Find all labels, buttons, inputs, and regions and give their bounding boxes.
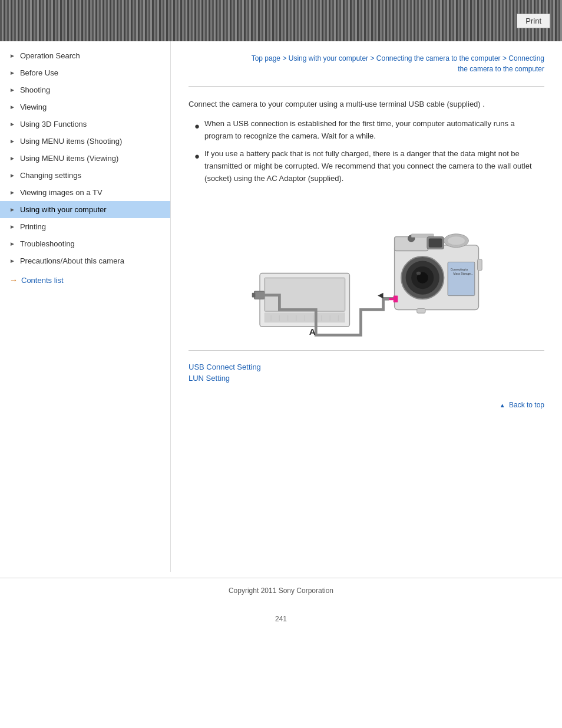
page-number-value: 241 (275, 615, 287, 623)
sidebar-item-precautions[interactable]: ►Precautions/About this camera (0, 252, 170, 269)
sidebar-item-troubleshooting[interactable]: ►Troubleshooting (0, 235, 170, 252)
sidebar-item-label: Viewing (20, 103, 47, 111)
svg-rect-14 (252, 293, 256, 298)
page-number: 241 (0, 603, 562, 629)
sidebar-arrow-icon: ► (9, 258, 15, 264)
links-section: USB Connect SettingLUN Setting (189, 363, 544, 383)
link-lun-setting[interactable]: LUN Setting (189, 374, 544, 383)
contents-list-link[interactable]: → Contents list (0, 269, 170, 291)
svg-point-19 (447, 236, 465, 245)
svg-rect-32 (417, 308, 425, 313)
camera-diagram: A Connecting to Mass Storage... (249, 197, 484, 338)
sidebar: ►Operation Search►Before Use►Shooting►Vi… (0, 41, 171, 572)
sidebar-item-label: Using MENU items (Viewing) (20, 154, 118, 163)
sidebar-arrow-icon: ► (9, 70, 15, 76)
svg-text:Mass Storage...: Mass Storage... (454, 272, 473, 275)
sidebar-item-shooting[interactable]: ►Shooting (0, 81, 170, 98)
sidebar-item-using-3d-functions[interactable]: ►Using 3D Functions (0, 116, 170, 133)
sidebar-item-operation-search[interactable]: ►Operation Search (0, 47, 170, 64)
sidebar-item-changing-settings[interactable]: ►Changing settings (0, 167, 170, 184)
sidebar-arrow-icon: ► (9, 121, 15, 127)
print-button[interactable]: Print (517, 14, 550, 28)
sidebar-arrow-icon: ► (9, 241, 15, 247)
back-to-top-row: ▲ Back to top (189, 394, 544, 415)
sidebar-arrow-icon: ► (9, 206, 15, 213)
intro-text: Connect the camera to your computer usin… (189, 98, 544, 111)
svg-rect-28 (394, 295, 398, 302)
sidebar-item-label: Using MENU items (Shooting) (20, 137, 122, 146)
sidebar-item-label: Printing (20, 222, 46, 231)
breadcrumb: Top page > Using with your computer > Co… (189, 47, 544, 74)
sidebar-item-using-menu-shooting[interactable]: ►Using MENU items (Shooting) (0, 133, 170, 150)
breadcrumb-line1: Top page > Using with your computer > Co… (252, 54, 544, 62)
back-to-top-link[interactable]: ▲ Back to top (500, 401, 544, 409)
sidebar-item-label: Before Use (20, 68, 58, 77)
sidebar-arrow-icon: ► (9, 189, 15, 196)
bullet-text-2: If you use a battery pack that is not fu… (204, 148, 544, 185)
svg-point-24 (416, 271, 421, 275)
breadcrumb-top-page[interactable]: Top page (252, 54, 280, 62)
bullet-item-1: ● When a USB connection is established f… (194, 118, 544, 143)
sidebar-item-label: Using with your computer (20, 205, 107, 214)
sidebar-item-label: Troubleshooting (20, 239, 75, 248)
footer: Copyright 2011 Sony Corporation (0, 578, 562, 603)
breadcrumb-using-with-computer[interactable]: Using with your computer (289, 54, 368, 62)
svg-rect-25 (448, 262, 475, 295)
camera-diagram-svg: A Connecting to Mass Storage... (249, 197, 484, 338)
svg-text:Connecting to: Connecting to (451, 268, 468, 271)
header-bar: Print (0, 0, 562, 41)
sidebar-item-viewing-images-tv[interactable]: ►Viewing images on a TV (0, 184, 170, 201)
svg-rect-31 (478, 259, 482, 270)
contents-list-label: Contents list (21, 276, 64, 285)
content-area: Top page > Using with your computer > Co… (171, 41, 562, 572)
sidebar-item-label: Using 3D Functions (20, 120, 87, 129)
svg-rect-36 (429, 238, 442, 247)
sidebar-item-using-with-computer[interactable]: ►Using with your computer (0, 201, 170, 218)
back-to-top-label: Back to top (509, 401, 544, 409)
sidebar-item-printing[interactable]: ►Printing (0, 218, 170, 235)
bullet-dot-1: ● (194, 119, 200, 133)
sidebar-arrow-icon: ► (9, 172, 15, 179)
sidebar-item-using-menu-viewing[interactable]: ►Using MENU items (Viewing) (0, 150, 170, 167)
bullet-item-2: ● If you use a battery pack that is not … (194, 148, 544, 185)
svg-rect-13 (254, 291, 265, 299)
breadcrumb-full-line2[interactable]: the camera to the computer (458, 65, 544, 73)
mid-divider (189, 350, 544, 351)
sidebar-item-label: Shooting (20, 85, 50, 94)
breadcrumb-connecting[interactable]: Connecting (508, 54, 544, 62)
sidebar-arrow-icon: ► (9, 104, 15, 110)
main-container: ►Operation Search►Before Use►Shooting►Vi… (0, 41, 562, 572)
sidebar-arrow-icon: ► (9, 52, 15, 59)
sidebar-item-label: Changing settings (20, 171, 81, 180)
contents-list-arrow-icon: → (9, 275, 18, 285)
bullet-text-1: When a USB connection is established for… (204, 118, 544, 143)
sidebar-arrow-icon: ► (9, 87, 15, 93)
sidebar-arrow-icon: ► (9, 223, 15, 230)
sidebar-item-label: Operation Search (20, 51, 80, 60)
sidebar-arrow-icon: ► (9, 155, 15, 162)
bullet-dot-2: ● (194, 149, 200, 163)
sidebar-item-label: Viewing images on a TV (20, 188, 103, 197)
sidebar-arrow-icon: ► (9, 138, 15, 144)
sidebar-item-viewing[interactable]: ►Viewing (0, 98, 170, 116)
sidebar-item-before-use[interactable]: ►Before Use (0, 64, 170, 81)
svg-text:A: A (309, 327, 316, 337)
link-usb-connect-setting[interactable]: USB Connect Setting (189, 363, 544, 371)
copyright-text: Copyright 2011 Sony Corporation (229, 587, 333, 595)
sidebar-item-label: Precautions/About this camera (20, 256, 124, 265)
top-divider (189, 86, 544, 87)
back-to-top-triangle-icon: ▲ (500, 402, 505, 409)
breadcrumb-connecting-camera[interactable]: Connecting the camera to the computer (376, 54, 501, 62)
bullet-list: ● When a USB connection is established f… (194, 118, 544, 185)
